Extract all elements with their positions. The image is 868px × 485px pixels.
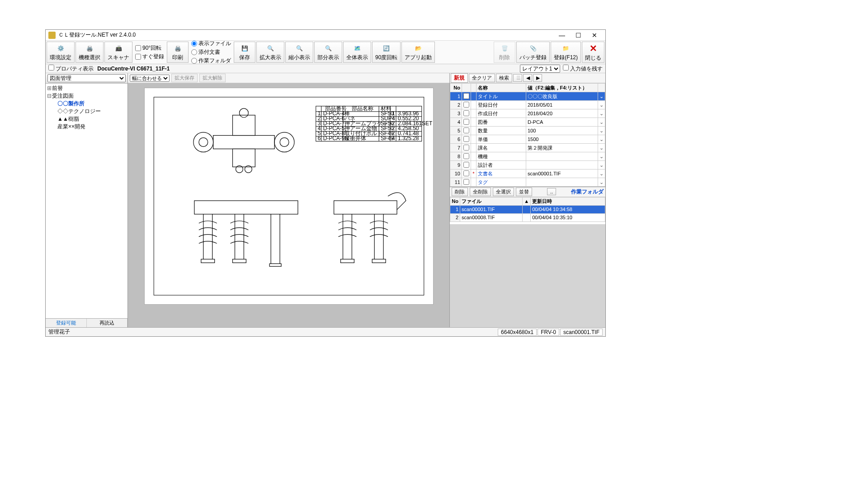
scanner-button[interactable]: 📠スキャナ	[104, 42, 132, 63]
model-select-button[interactable]: 🖨️機種選択	[75, 42, 104, 63]
file-blank-area	[450, 224, 605, 328]
tree-category-select[interactable]: 図面管理	[47, 74, 126, 82]
svg-rect-5	[213, 136, 274, 149]
scanner-icon: 📠	[113, 43, 124, 53]
svg-rect-23	[232, 259, 246, 263]
fit-icon: 🗺️	[352, 43, 363, 53]
clear-all-button[interactable]: 全クリア	[469, 74, 495, 82]
save-icon: 💾	[239, 43, 250, 53]
next-button[interactable]: ▶	[533, 74, 542, 82]
radio-attach[interactable]: 添付文書	[191, 48, 231, 56]
property-row[interactable]: 12公開開始日2018/08/24⌄	[450, 187, 605, 187]
svg-text:4: 4	[392, 135, 395, 141]
save-zoom-button[interactable]: 拡大保存	[171, 74, 198, 82]
property-row[interactable]: 3作成日付2018/04/20⌄	[450, 109, 605, 118]
drawing-canvas[interactable]: 部品番号 部品名称 材料	[128, 83, 449, 327]
print-button[interactable]: 🖨️印刷	[167, 42, 189, 63]
batch-icon: 📎	[528, 43, 538, 53]
new-badge[interactable]: 新規	[451, 73, 468, 83]
property-table[interactable]: No 名称 値（F2:編集，F4:リスト） 1タイトル〇〇〇改良版⌄2登録日付2…	[450, 83, 605, 187]
zoom-out-icon: 🔍	[294, 43, 305, 53]
partial-view-button[interactable]: 🔍部分表示	[314, 42, 342, 63]
maximize-button[interactable]: ☐	[570, 30, 586, 40]
property-show-checkbox[interactable]: プロパティ表示	[48, 65, 94, 73]
svg-text:6: 6	[317, 135, 321, 141]
browse-button[interactable]: ..	[547, 188, 556, 195]
tree-node[interactable]: ⊞前替	[47, 85, 127, 92]
batch-register-button[interactable]: 📎バッチ登録	[516, 42, 550, 63]
zoom-in-icon: 🔍	[265, 43, 276, 53]
window-title: ＣＬ登録ツール.NET ver 2.4.0.0	[58, 31, 554, 39]
svg-point-3	[274, 132, 294, 152]
close-window-button[interactable]: ✕	[586, 30, 603, 40]
layout-select[interactable]: レイアウト1	[520, 65, 560, 73]
svg-text:1.325.28: 1.325.28	[397, 135, 419, 141]
reload-button[interactable]: 再読込	[87, 319, 128, 327]
property-row[interactable]: 2登録日付2018/05/01⌄	[450, 101, 605, 109]
property-row[interactable]: 6単価1500⌄	[450, 135, 605, 144]
file-delete-all-button[interactable]: 全削除	[470, 188, 491, 196]
property-row[interactable]: 4図番D-PCA⌄	[450, 118, 605, 127]
whole-view-button[interactable]: 🗺️全体表示	[343, 42, 371, 63]
tree-node[interactable]: ⊟受注図面	[47, 92, 127, 100]
folder-tree[interactable]: ⊞前替 ⊟受注図面 〇〇製作所 ◇◇テクノロジー ▲▲樹脂 産業××開発	[46, 84, 127, 318]
col-name: 名称	[476, 84, 526, 92]
tree-node-selected[interactable]: 〇〇製作所	[47, 100, 127, 108]
svg-rect-22	[201, 259, 214, 263]
delete-button[interactable]: 🗑️削除	[494, 42, 515, 63]
env-settings-button[interactable]: ⚙️環境設定	[47, 42, 75, 63]
drawing-page: 部品番号 部品名称 材料	[144, 88, 434, 305]
work-folder-label[interactable]: 作業フォルダ	[571, 188, 604, 196]
launch-icon: 📂	[413, 43, 424, 53]
titlebar: ＣＬ登録ツール.NET ver 2.4.0.0 — ☐ ✕	[46, 30, 605, 41]
center-panel: 幅に合わせる 拡大保存 拡大解除	[128, 73, 450, 327]
technical-drawing: 部品番号 部品名称 材料	[145, 88, 433, 304]
save-button[interactable]: 💾保存	[234, 42, 255, 63]
property-row[interactable]: 11タグ⌄	[450, 178, 605, 187]
keep-input-checkbox[interactable]: 入力値を残す	[563, 65, 603, 73]
file-row[interactable]: 2scan00008.TIF00/04/04 10:35:10	[450, 213, 605, 221]
property-row[interactable]: 7課名第２開発課⌄	[450, 144, 605, 152]
folder-icon: 📁	[561, 43, 571, 53]
radio-workfolder[interactable]: 作業フォルダ	[191, 57, 231, 65]
file-sort-button[interactable]: 並替	[516, 188, 532, 196]
zoom-out-button[interactable]: 🔍縮小表示	[285, 42, 313, 63]
clear-zoom-button[interactable]: 拡大解除	[199, 74, 226, 82]
scan-options: 90°回転 すぐ登録	[133, 42, 166, 63]
property-row[interactable]: 8機種⌄	[450, 152, 605, 161]
device-name: DocuCentre-VI C6671_11F-1	[97, 66, 170, 72]
rotate-90-button[interactable]: 🔄90度回転	[372, 42, 401, 63]
minimize-button[interactable]: —	[554, 30, 570, 40]
quick-register-checkbox[interactable]: すぐ登録	[135, 53, 164, 61]
file-row[interactable]: 1scan00001.TIF00/04/04 10:34:58	[450, 205, 605, 213]
file-select-all-button[interactable]: 全選択	[493, 188, 514, 196]
close-icon: ✕	[588, 43, 599, 54]
tree-node[interactable]: 産業××開発	[47, 123, 127, 131]
zoom-mode-select[interactable]: 幅に合わせる	[130, 75, 170, 82]
crop-icon: 🔍	[323, 43, 334, 53]
tree-node[interactable]: ▲▲樹脂	[47, 115, 127, 123]
rotate90-checkbox[interactable]: 90°回転	[135, 44, 164, 52]
register-f12-button[interactable]: 📁登録(F12)	[551, 42, 581, 63]
status-bar: 管理花子 6640x4680x1 FRV-0 scan00001.TIF	[46, 327, 605, 336]
gear-icon: ⚙️	[55, 43, 66, 53]
close-app-button[interactable]: ✕閉じる	[582, 42, 604, 63]
tree-node[interactable]: ◇◇テクノロジー	[47, 108, 127, 115]
property-row[interactable]: 1タイトル〇〇〇改良版⌄	[450, 92, 605, 101]
status-frv: FRV-0	[538, 329, 559, 336]
app-launch-button[interactable]: 📂アプリ起動	[401, 42, 435, 63]
svg-rect-24	[269, 264, 281, 266]
property-row[interactable]: 5数量100⌄	[450, 127, 605, 135]
printer-icon: 🖨️	[84, 43, 95, 53]
file-delete-button[interactable]: 削除	[452, 188, 468, 196]
zoom-in-button[interactable]: 🔍拡大表示	[256, 42, 284, 63]
search-button[interactable]: 検索	[496, 74, 512, 82]
property-row[interactable]: 9設計者⌄	[450, 161, 605, 170]
status-user: 管理花子	[48, 328, 70, 336]
property-row[interactable]: 10*文書名scan00001.TIF⌄	[450, 170, 605, 178]
file-table[interactable]: No ファイル ▲ 更新日時 1scan00001.TIF00/04/04 10…	[450, 197, 605, 224]
prev-button[interactable]: ◀	[523, 74, 532, 82]
radio-showfile[interactable]: 表示ファイル	[191, 40, 231, 47]
list-view-button[interactable]: ☰	[513, 74, 522, 82]
rotate-icon: 🔄	[381, 43, 392, 53]
